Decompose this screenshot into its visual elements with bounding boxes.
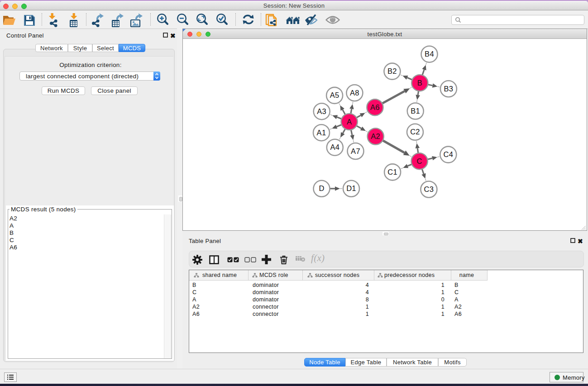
svg-text:B: B [417,79,422,87]
svg-text:D: D [319,184,324,192]
svg-text:C3: C3 [424,185,434,193]
svg-text:A3: A3 [317,107,326,115]
svg-text:A8: A8 [350,89,359,97]
svg-text:C: C [416,157,422,165]
svg-text:C4: C4 [443,150,453,158]
svg-text:B1: B1 [411,107,420,115]
svg-text:A6: A6 [370,103,380,111]
svg-text:A5: A5 [330,91,339,99]
svg-text:C2: C2 [410,128,420,136]
svg-text:A1: A1 [317,129,326,137]
svg-text:A2: A2 [371,132,380,140]
svg-text:D1: D1 [346,184,356,192]
svg-text:C1: C1 [387,168,397,176]
svg-text:A7: A7 [351,147,360,155]
svg-text:A4: A4 [330,143,339,151]
svg-text:B3: B3 [444,85,454,93]
svg-text:B4: B4 [425,50,434,58]
svg-text:A: A [347,118,352,126]
svg-text:B2: B2 [387,67,397,75]
